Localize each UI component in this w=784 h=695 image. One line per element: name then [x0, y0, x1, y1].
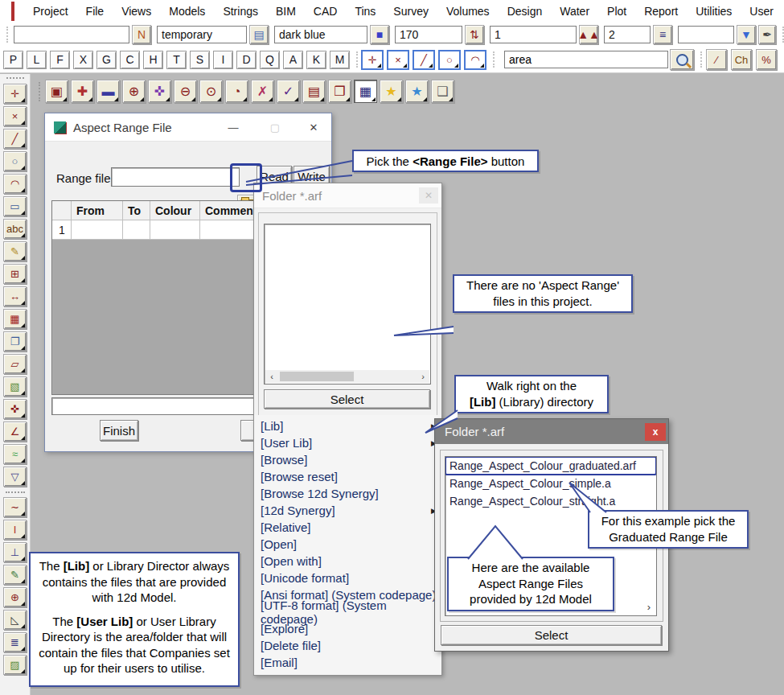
- folder-menu-item[interactable]: [Relative]: [254, 519, 441, 536]
- select-button[interactable]: Select: [264, 389, 430, 409]
- intersection-icon[interactable]: ×: [3, 106, 27, 126]
- redraw-icon[interactable]: ✓: [277, 80, 300, 103]
- favourites-icon[interactable]: ★: [380, 80, 403, 103]
- cad-name-input[interactable]: [14, 26, 129, 43]
- intersection-snap-icon[interactable]: ×: [387, 50, 409, 70]
- measure-angle-icon[interactable]: ∠: [3, 422, 27, 442]
- close-icon[interactable]: ✕: [296, 121, 331, 134]
- z-value-input[interactable]: [395, 26, 462, 43]
- toolbar-grip[interactable]: [39, 82, 40, 101]
- railway-icon[interactable]: ≣: [3, 632, 27, 652]
- dropdown-icon[interactable]: ▼: [737, 25, 756, 44]
- mode-letter-button[interactable]: X: [73, 51, 93, 69]
- add-view-icon[interactable]: ✚: [71, 80, 94, 103]
- copy-window-icon[interactable]: ❐: [3, 331, 27, 352]
- mode-letter-button[interactable]: I: [213, 51, 233, 69]
- model-input[interactable]: [157, 26, 247, 43]
- menubar-item[interactable]: Views: [113, 5, 160, 18]
- from-cell[interactable]: [72, 220, 123, 240]
- menubar-item[interactable]: Tins: [346, 5, 384, 18]
- finish-button[interactable]: Finish: [100, 420, 138, 441]
- colour-cell[interactable]: [150, 220, 200, 240]
- point-snap-icon[interactable]: ✛: [361, 50, 384, 70]
- weighting-input[interactable]: [490, 26, 577, 43]
- mode-letter-button[interactable]: S: [190, 51, 210, 69]
- scrollbar-thumb[interactable]: [280, 372, 354, 381]
- file-list-empty[interactable]: ‹ ›: [264, 224, 431, 385]
- close-icon[interactable]: ✕: [419, 187, 438, 204]
- menubar-item[interactable]: Utilities: [687, 5, 741, 18]
- scroll-left-icon[interactable]: ‹: [265, 372, 278, 381]
- chainage-icon[interactable]: Ch: [731, 49, 752, 70]
- copy-views-icon[interactable]: ❐: [328, 80, 351, 103]
- folder-menu-item[interactable]: [Open]: [254, 536, 441, 553]
- circle-snap-icon[interactable]: ○: [438, 50, 461, 70]
- menubar-item[interactable]: Water: [551, 5, 598, 18]
- eyedropper-icon[interactable]: ✒: [758, 25, 776, 44]
- folder-menu-item[interactable]: [Open with]: [254, 553, 441, 570]
- scroll-right-icon[interactable]: ›: [647, 601, 651, 613]
- menubar-item[interactable]: BIM: [267, 5, 305, 18]
- edit-brush-icon[interactable]: ✎: [3, 241, 27, 261]
- survey-instrument-icon[interactable]: ⊥: [3, 542, 27, 562]
- string-colours-icon[interactable]: ≈: [3, 444, 27, 464]
- freehand-draw-icon[interactable]: ∼: [3, 497, 27, 517]
- remove-view-icon[interactable]: ▬: [96, 80, 120, 103]
- colour-swatch[interactable]: ■: [370, 25, 389, 44]
- folder-menu-item[interactable]: [Browse]: [254, 451, 441, 468]
- snap-star-icon[interactable]: ★: [405, 80, 429, 103]
- menubar-item[interactable]: Plot: [598, 5, 635, 18]
- mode-letter-button[interactable]: G: [96, 51, 117, 69]
- plot-icon[interactable]: ▤: [302, 80, 326, 103]
- menubar-item[interactable]: Strings: [214, 5, 267, 18]
- popup-title-bar[interactable]: Folder *.arf x: [435, 419, 668, 444]
- to-cell[interactable]: [123, 220, 150, 240]
- mode-letter-button[interactable]: A: [283, 51, 303, 69]
- menubar-item[interactable]: CAD: [305, 5, 347, 18]
- shield-polygon-icon[interactable]: ▽: [3, 467, 27, 487]
- menubar-item[interactable]: User: [741, 5, 782, 18]
- folder-menu-item[interactable]: [Email]: [254, 654, 441, 671]
- new-image-icon[interactable]: ▨: [3, 655, 27, 675]
- name-n-icon[interactable]: N: [132, 25, 151, 44]
- search-icon[interactable]: [670, 49, 694, 70]
- create-point-icon[interactable]: ✛: [3, 84, 27, 104]
- search-input[interactable]: [504, 51, 668, 68]
- linestyle-input[interactable]: [604, 26, 651, 43]
- mode-letter-button[interactable]: Q: [260, 51, 280, 69]
- folder-menu-item[interactable]: [UTF-8 format] (System codepage): [254, 603, 441, 620]
- mode-letter-button[interactable]: L: [27, 51, 47, 69]
- menubar-item[interactable]: Report: [635, 5, 687, 18]
- weighting-icon[interactable]: ▲▲: [579, 25, 598, 44]
- delete-views-icon[interactable]: ✗: [251, 80, 274, 103]
- polygon-icon[interactable]: ▱: [3, 354, 27, 374]
- move-icon[interactable]: ✜: [3, 399, 27, 419]
- insert-image-icon[interactable]: ▧: [3, 376, 27, 397]
- window-layout-icon[interactable]: ❑: [431, 80, 454, 103]
- menubar-item[interactable]: Models: [160, 5, 214, 18]
- menubar-item[interactable]: Volumes: [437, 5, 499, 18]
- minimize-icon[interactable]: —: [212, 121, 254, 134]
- create-rectangle-icon[interactable]: ▭: [3, 196, 27, 216]
- folder-menu-item[interactable]: [Browse reset]: [254, 468, 441, 485]
- models-layers-icon[interactable]: ▤: [249, 25, 269, 44]
- close-icon[interactable]: x: [645, 423, 666, 441]
- range-file-input[interactable]: [111, 167, 240, 187]
- grid-icon[interactable]: ▦: [354, 80, 377, 103]
- zoom-previous-icon[interactable]: ◔: [225, 80, 248, 103]
- mode-letter-button[interactable]: D: [236, 51, 257, 69]
- colour-input[interactable]: [274, 26, 367, 43]
- row-number-cell[interactable]: 1: [52, 220, 72, 240]
- create-circle-icon[interactable]: ○: [3, 151, 27, 171]
- section-view-icon[interactable]: ⊕: [3, 587, 27, 607]
- scroll-right-icon[interactable]: ›: [417, 372, 429, 381]
- arf-file-item[interactable]: Range_Aspect_Colour_straight.a: [445, 492, 656, 510]
- menubar-item[interactable]: File: [77, 5, 113, 18]
- menubar-item[interactable]: Project: [24, 5, 77, 18]
- text-box-icon[interactable]: I: [3, 520, 27, 540]
- mode-letter-button[interactable]: F: [50, 51, 70, 69]
- measure-bearing-icon[interactable]: ↔: [3, 286, 27, 306]
- zoom-extents-icon[interactable]: ⊕: [122, 80, 146, 103]
- arf-file-item[interactable]: Range_Aspect_Colour_simple.a: [445, 475, 656, 492]
- zoom-in-out-icon[interactable]: ⊖: [174, 80, 197, 103]
